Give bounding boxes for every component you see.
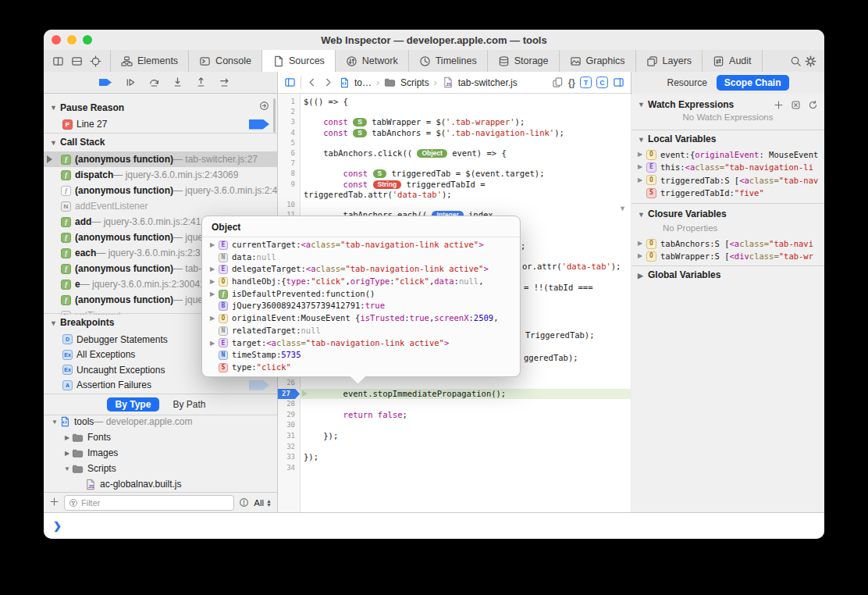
variable-row-tabwrapper[interactable]: ▶OtabWrapper: S [<div class="tab-wr [631, 250, 824, 262]
continue-icon[interactable] [98, 77, 113, 88]
object-property-target[interactable]: ▶Etarget: <a class="tab-navigation-link … [202, 337, 520, 350]
plus-icon[interactable] [774, 100, 784, 110]
step-next-icon[interactable] [219, 77, 230, 88]
gear-icon[interactable] [805, 55, 816, 67]
disclosure-triangle[interactable]: ▶ [210, 312, 219, 325]
copy-icon[interactable] [552, 77, 564, 88]
object-property-relatedtarget[interactable]: NrelatedTarget: null [202, 325, 520, 337]
object-property-currenttarget[interactable]: ▶EcurrentTarget: <a class="tab-navigatio… [202, 239, 520, 251]
disclosure-triangle[interactable]: ▶ [210, 263, 219, 276]
disclosure-triangle[interactable]: ▼ [50, 135, 60, 151]
disclosure-triangle[interactable]: ▶ [638, 174, 646, 187]
trash-icon[interactable] [791, 100, 801, 110]
line-number-gutter[interactable]: 8 [278, 169, 300, 179]
line-number-gutter[interactable]: 33 [278, 452, 300, 463]
object-property-delegatetarget[interactable]: ▶EdelegateTarget: <a class="tab-navigati… [202, 263, 520, 276]
disclosure-triangle[interactable]: ▼ [62, 465, 72, 472]
call-stack-frame[interactable]: f(anonymous function) — tab-switcher.js:… [44, 151, 277, 167]
variable-row-triggeredtab[interactable]: ▶OtriggeredTab: S [<a class="tab-nav [631, 174, 824, 187]
line-number-gutter[interactable]: 4 [278, 128, 300, 138]
global-variables-header[interactable]: ▶Global Variables [631, 267, 824, 283]
tab-network[interactable]: Network [336, 50, 409, 72]
tree-item-fonts[interactable]: ▶Fonts [44, 429, 277, 445]
disclosure-triangle[interactable]: ▶ [62, 434, 72, 441]
tab-graphics[interactable]: Graphics [560, 50, 636, 72]
zoom-window-button[interactable] [83, 35, 92, 45]
line-number-gutter[interactable]: 3 [278, 117, 300, 127]
tab-console[interactable]: Console [189, 50, 262, 72]
pause-reason-item[interactable]: PLine 27 [44, 116, 277, 133]
object-property-isdefaultprevented[interactable]: ▶fisDefaultPrevented: function() [202, 288, 520, 301]
call-stack-frame[interactable]: NaddEventListener [44, 198, 277, 214]
disclosure-triangle[interactable]: ▶ [210, 276, 219, 288]
disclosure-triangle[interactable]: ▶ [210, 288, 219, 301]
step-out-icon[interactable] [195, 77, 207, 88]
line-number-gutter[interactable]: 34 [278, 463, 300, 474]
split-vertical-icon[interactable] [52, 55, 64, 67]
sidebar-scrollbar[interactable] [273, 98, 276, 133]
variable-row-event[interactable]: ▶Oevent: {originalEvent: MouseEvent [631, 148, 824, 161]
back-icon[interactable] [306, 77, 318, 88]
tab-sources[interactable]: Sources [262, 50, 336, 72]
call-stack-frame[interactable]: fdispatch — jquery-3.6.0.min.js:2:43069 [44, 167, 277, 183]
scope-chain-tab[interactable]: Scope Chain [717, 75, 789, 91]
pause-reason-header[interactable]: ▼Pause Reason [44, 100, 277, 116]
tab-layers[interactable]: Layers [636, 50, 703, 72]
tab-elements[interactable]: Elements [111, 50, 189, 72]
object-property-originalevent[interactable]: ▶OoriginalEvent: MouseEvent {isTrusted: … [202, 312, 520, 325]
line-number-gutter[interactable]: 32 [278, 442, 300, 453]
element-picker-icon[interactable] [90, 55, 101, 67]
tree-item-ac-globalnav-built-js[interactable]: JSac-globalnav.built.js [44, 476, 277, 492]
line-number-gutter[interactable]: 28 [278, 399, 300, 410]
object-property-handleobj[interactable]: ▶OhandleObj: {type: "click", origType: "… [202, 276, 520, 288]
pause-resume-icon[interactable] [125, 77, 137, 88]
disclosure-triangle[interactable]: ▼ [638, 97, 648, 112]
line-number-gutter[interactable]: 10 [278, 200, 300, 210]
alert-icon[interactable] [239, 497, 249, 508]
breadcrumb-item[interactable]: tab-switcher.js [458, 77, 518, 88]
add-resource-icon[interactable] [49, 496, 59, 510]
type-profile-button[interactable]: T [580, 77, 592, 88]
disclosure-triangle[interactable]: ▶ [638, 161, 646, 173]
console-prompt-bar[interactable]: ❯ [44, 512, 824, 539]
line-number-gutter[interactable]: 27 [278, 389, 300, 400]
watch-expressions-header[interactable]: ▼Watch Expressions [631, 97, 824, 112]
filter-scope-dropdown[interactable]: All▲▼ [254, 498, 272, 508]
line-number-gutter[interactable]: 29 [278, 410, 300, 421]
closure-variables-header[interactable]: ▼Closure Variables [631, 206, 824, 222]
minimize-window-button[interactable] [67, 35, 76, 45]
disclosure-triangle[interactable]: ▶ [638, 268, 648, 283]
line-number-gutter[interactable]: 31 [278, 431, 300, 442]
disclosure-triangle[interactable]: ▶ [638, 237, 646, 250]
line-number-gutter[interactable] [278, 190, 300, 200]
call-stack-header[interactable]: ▼Call Stack [44, 134, 277, 150]
line-number-gutter[interactable]: 26 [278, 378, 300, 389]
segment-by-type[interactable]: By Type [107, 397, 160, 412]
panel-right-icon[interactable] [613, 77, 624, 88]
disclosure-triangle[interactable]: ▶ [638, 148, 646, 161]
step-over-icon[interactable] [148, 77, 160, 88]
tab-audit[interactable]: Audit [703, 50, 763, 72]
local-variables-header[interactable]: ▼Local Variables [631, 131, 824, 147]
disclosure-triangle[interactable]: ▶ [210, 239, 219, 251]
breadcrumb-item[interactable]: to… [354, 77, 372, 88]
step-into-icon[interactable] [172, 77, 183, 88]
resource-tab[interactable]: Resource [667, 77, 706, 88]
line-number-gutter[interactable]: 30 [278, 420, 300, 431]
object-property-jquery36008924375739412791[interactable]: BjQuery36008924375739412791: true [202, 300, 520, 312]
breakpoint-item-assertion-failures[interactable]: AAssertion Failures [44, 378, 277, 394]
tree-item-tools[interactable]: ▼tools — developer.apple.com [44, 414, 277, 429]
disclosure-triangle[interactable]: ▼ [50, 315, 60, 331]
line-number-gutter[interactable]: 9 [278, 180, 300, 190]
variable-row-tabanchors[interactable]: ▶OtabAnchors: S [<a class="tab-navi [631, 237, 824, 250]
close-window-button[interactable] [52, 35, 61, 45]
split-horizontal-icon[interactable] [71, 55, 83, 67]
line-number-gutter[interactable]: 7 [278, 159, 300, 169]
object-property-timestamp[interactable]: NtimeStamp: 5735 [202, 349, 520, 362]
breadcrumb-item[interactable]: Scripts [400, 77, 429, 88]
code-coverage-button[interactable]: C [596, 77, 608, 88]
call-stack-frame[interactable]: f(anonymous function) — jquery-3.6.0.min… [44, 183, 277, 198]
disclosure-triangle[interactable]: ▶ [62, 450, 72, 457]
segment-by-path[interactable]: By Path [164, 397, 214, 412]
tree-item-images[interactable]: ▶Images [44, 445, 277, 461]
